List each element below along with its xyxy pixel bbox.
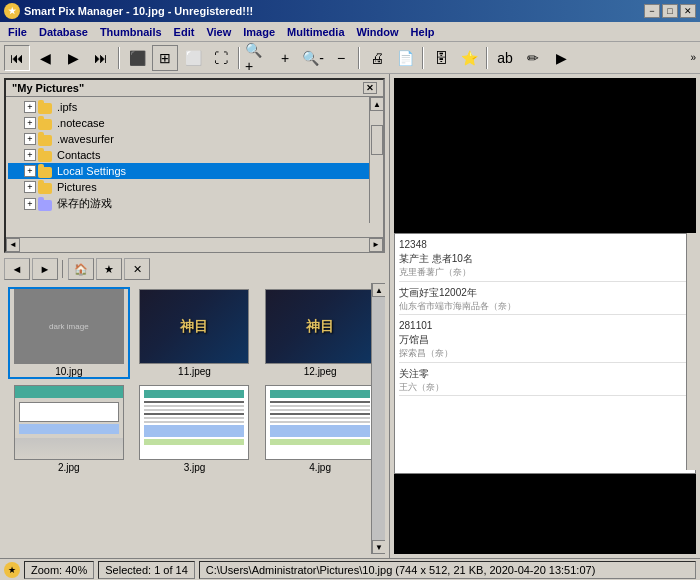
tree-label-ipfs: .ipfs (57, 101, 77, 113)
app-icon: ★ (4, 3, 20, 19)
slideshow-button[interactable]: ⬛ (124, 45, 150, 71)
toolbar-sep-4 (422, 47, 424, 69)
tree-item-contacts[interactable]: + Contacts (8, 147, 381, 163)
thumb-label-12: 12.jpeg (304, 366, 337, 377)
tree-close-button[interactable]: ✕ (363, 82, 377, 94)
status-selected: Selected: 1 of 14 (98, 561, 195, 579)
expand-icon[interactable]: + (24, 181, 36, 193)
expand-icon[interactable]: + (24, 198, 36, 210)
main-content: "My Pictures" ✕ + .ipfs + (0, 74, 700, 558)
tree-item-notecase[interactable]: + .notecase (8, 115, 381, 131)
nav-prev-button[interactable]: ◀ (32, 45, 58, 71)
thumbnails-button[interactable]: ⊞ (152, 45, 178, 71)
db-button[interactable]: 🗄 (428, 45, 454, 71)
thumb-img-11: 神目 (139, 289, 249, 364)
info-panel: 12348 某产主 患者10名 克里番薯广（奈） 艾画好宝12002年 仙东省市… (394, 233, 696, 474)
window-title: Smart Pix Manager - 10.jpg - Unregistere… (24, 5, 253, 17)
thumb-preview-11: 神目 (140, 290, 248, 363)
expand-icon[interactable]: + (24, 101, 36, 113)
hscroll-right-btn[interactable]: ► (369, 238, 383, 252)
menu-multimedia[interactable]: Multimedia (281, 24, 350, 40)
info-section-2: 艾画好宝12002年 仙东省市端市海南品各（奈） (399, 286, 691, 316)
zoom-out-button[interactable]: 🔍- (300, 45, 326, 71)
thumbnail-4[interactable]: 4.jpg (259, 383, 381, 475)
vscroll-down-btn[interactable]: ▼ (372, 540, 385, 554)
vscroll-up-btn[interactable]: ▲ (372, 283, 385, 297)
text-button[interactable]: ab (492, 45, 518, 71)
folder-icon (38, 180, 54, 194)
vscroll-thumb[interactable] (371, 125, 383, 155)
star-button[interactable]: ⭐ (456, 45, 482, 71)
tree-item-ipfs[interactable]: + .ipfs (8, 99, 381, 115)
toolbar-more[interactable]: » (690, 52, 696, 63)
thumbnail-12[interactable]: 神目 12.jpeg (259, 287, 381, 379)
close-button[interactable]: ✕ (680, 4, 696, 18)
tree-item-pictures[interactable]: + Pictures (8, 179, 381, 195)
toolbar: ⏮ ◀ ▶ ⏭ ⬛ ⊞ ⬜ ⛶ 🔍+ + 🔍- − 🖨 📄 🗄 ⭐ ab ✏ ▶… (0, 42, 700, 74)
menu-file[interactable]: File (2, 24, 33, 40)
thumbnail-2[interactable]: 2.jpg (8, 383, 130, 475)
menu-edit[interactable]: Edit (168, 24, 201, 40)
hscroll-left-btn[interactable]: ◄ (6, 238, 20, 252)
tree-label-contacts: Contacts (57, 149, 100, 161)
nav-back-button[interactable]: ◄ (4, 258, 30, 280)
title-bar: ★ Smart Pix Manager - 10.jpg - Unregiste… (0, 0, 700, 22)
zoom-in2-button[interactable]: + (272, 45, 298, 71)
thumb-img-4 (265, 385, 375, 460)
thumbnail-11[interactable]: 神目 11.jpeg (134, 287, 256, 379)
maximize-button[interactable]: □ (662, 4, 678, 18)
info-line-1-2: 某产主 患者10名 (399, 252, 691, 266)
expand-icon[interactable]: + (24, 133, 36, 145)
thumbnail-3[interactable]: 3.jpg (134, 383, 256, 475)
tree-label-notecase: .notecase (57, 117, 105, 129)
menu-window[interactable]: Window (351, 24, 405, 40)
info-vscrollbar[interactable] (686, 233, 700, 470)
nav-last-button[interactable]: ⏭ (88, 45, 114, 71)
menu-help[interactable]: Help (405, 24, 441, 40)
info-line-1-3: 克里番薯广（奈） (399, 266, 691, 279)
left-panel: "My Pictures" ✕ + .ipfs + (0, 74, 390, 558)
zoom-out2-button[interactable]: − (328, 45, 354, 71)
browse-button[interactable]: ⬜ (180, 45, 206, 71)
nav-next-button[interactable]: ▶ (60, 45, 86, 71)
vscroll-track (372, 297, 385, 540)
vscroll-up-btn[interactable]: ▲ (370, 97, 383, 111)
tree-label-wavesurfer: .wavesurfer (57, 133, 114, 145)
thumbnail-10[interactable]: dark image 10.jpg (8, 287, 130, 379)
fullscreen-button[interactable]: ⛶ (208, 45, 234, 71)
nav-forward-button[interactable]: ► (32, 258, 58, 280)
folder-tree-panel: "My Pictures" ✕ + .ipfs + (4, 78, 385, 253)
thumb-preview-4 (266, 386, 374, 459)
info-line-2-2: 仙东省市端市海南品各（奈） (399, 300, 691, 313)
tree-item-wavesurfer[interactable]: + .wavesurfer (8, 131, 381, 147)
thumb-img-3 (139, 385, 249, 460)
info-section-4: 关注零 王六（奈） (399, 367, 691, 397)
action-button[interactable]: ▶ (548, 45, 574, 71)
menu-thumbnails[interactable]: Thumbnails (94, 24, 168, 40)
nav-add-button[interactable]: ★ (96, 258, 122, 280)
thumb-label-11: 11.jpeg (178, 366, 211, 377)
zoom-in-button[interactable]: 🔍+ (244, 45, 270, 71)
minimize-button[interactable]: − (644, 4, 660, 18)
folder-icon (38, 148, 54, 162)
edit2-button[interactable]: ✏ (520, 45, 546, 71)
thumbnails-panel: dark image 10.jpg 神目 11.jpeg (4, 283, 385, 554)
expand-icon[interactable]: + (24, 149, 36, 161)
menu-image[interactable]: Image (237, 24, 281, 40)
print2-button[interactable]: 📄 (392, 45, 418, 71)
status-icon: ★ (4, 562, 20, 578)
tree-vscrollbar[interactable]: ▲ (369, 97, 383, 223)
tree-label-local-settings: Local Settings (57, 165, 126, 177)
image-preview-bottom (394, 474, 696, 554)
tree-item-saved-games[interactable]: + 保存的游戏 (8, 195, 381, 212)
menu-view[interactable]: View (200, 24, 237, 40)
nav-sep (62, 260, 64, 278)
tree-item-local-settings[interactable]: + Local Settings (8, 163, 381, 179)
nav-home-button[interactable]: 🏠 (68, 258, 94, 280)
menu-database[interactable]: Database (33, 24, 94, 40)
expand-icon[interactable]: + (24, 165, 36, 177)
nav-first-button[interactable]: ⏮ (4, 45, 30, 71)
expand-icon[interactable]: + (24, 117, 36, 129)
nav-del-button[interactable]: ✕ (124, 258, 150, 280)
print-button[interactable]: 🖨 (364, 45, 390, 71)
